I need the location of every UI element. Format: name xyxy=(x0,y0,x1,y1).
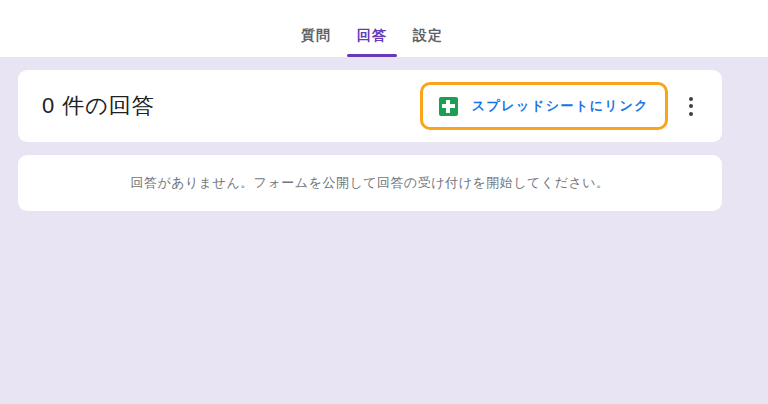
responses-panel: 0 件の回答 スプレッドシートにリンク 回答がありません。フォームを公開して回答… xyxy=(0,57,768,211)
tab-questions[interactable]: 質問 xyxy=(291,27,341,57)
tab-responses[interactable]: 回答 xyxy=(347,27,397,57)
tab-settings[interactable]: 設定 xyxy=(403,27,453,57)
kebab-menu-icon[interactable] xyxy=(674,89,708,123)
tab-strip: 質問 回答 設定 xyxy=(291,27,453,57)
sheets-icon xyxy=(439,97,458,116)
no-responses-card: 回答がありません。フォームを公開して回答の受け付けを開始してください。 xyxy=(18,155,722,211)
responses-summary-card: 0 件の回答 スプレッドシートにリンク xyxy=(18,70,722,142)
kebab-dot xyxy=(689,104,693,108)
tab-bar: 質問 回答 設定 xyxy=(0,0,768,57)
link-to-sheets-label: スプレッドシートにリンク xyxy=(472,97,649,115)
no-responses-message: 回答がありません。フォームを公開して回答の受け付けを開始してください。 xyxy=(130,174,609,192)
responses-card-actions: スプレッドシートにリンク xyxy=(420,82,708,130)
kebab-dot xyxy=(689,112,693,116)
kebab-dot xyxy=(689,97,693,101)
link-to-sheets-button[interactable]: スプレッドシートにリンク xyxy=(420,82,668,130)
responses-count-title: 0 件の回答 xyxy=(42,91,155,121)
